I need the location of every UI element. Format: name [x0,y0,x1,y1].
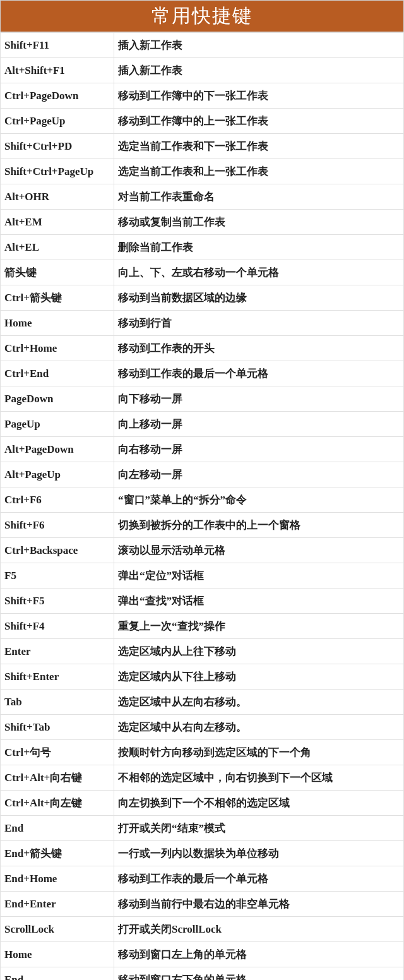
shortcut-description: 向下移动一屏 [114,386,404,412]
table-row: End+箭头键一行或一列内以数据块为单位移动 [1,841,404,866]
shortcut-key: Alt+PageDown [1,437,114,462]
shortcut-key: Shift+Tab [1,715,114,740]
shortcut-description: 向上、下、左或右移动一个单元格 [114,260,404,285]
table-row: Shift+Enter选定区域内从下往上移动 [1,664,404,690]
shortcut-key: End+箭头键 [1,841,114,866]
shortcut-description: 移动到当前行中最右边的非空单元格 [114,892,404,917]
table-row: Alt+OHR对当前工作表重命名 [1,184,404,210]
table-row: End打开或关闭“结束”模式 [1,816,404,841]
table-row: Ctrl+Backspace滚动以显示活动单元格 [1,538,404,563]
shortcut-description: 打开或关闭“结束”模式 [114,816,404,841]
shortcut-key: Enter [1,639,114,664]
table-row: Ctrl+PageUp移动到工作簿中的上一张工作表 [1,109,404,134]
shortcut-description: 移动到行首 [114,311,404,336]
table-row: Ctrl+PageDown移动到工作簿中的下一张工作表 [1,83,404,109]
shortcut-key: Alt+EM [1,210,114,235]
table-row: Alt+EL删除当前工作表 [1,235,404,260]
shortcut-key: Shift+F4 [1,614,114,639]
shortcut-key: End+Enter [1,892,114,917]
shortcut-key: Ctrl+Backspace [1,538,114,563]
table-row: Alt+Shift+F1插入新工作表 [1,58,404,83]
table-row: Shift+F4重复上一次“查找”操作 [1,614,404,639]
table-row: Shift+F11插入新工作表 [1,33,404,58]
table-row: Ctrl+Alt+向右键不相邻的选定区域中，向右切换到下一个区域 [1,765,404,791]
table-row: Ctrl+句号按顺时针方向移动到选定区域的下一个角 [1,740,404,765]
shortcut-description: 移动到当前数据区域的边缘 [114,285,404,311]
table-row: Shift+Ctrl+PD选定当前工作表和下一张工作表 [1,134,404,159]
shortcut-key: F5 [1,563,114,589]
shortcut-description: 移动到工作表的最后一个单元格 [114,866,404,892]
shortcut-description: 移动到工作簿中的上一张工作表 [114,109,404,134]
shortcut-description: 选定区域内从下往上移动 [114,664,404,690]
shortcut-description: 选定区域中从左向右移动。 [114,690,404,715]
shortcut-description: 选定区域内从上往下移动 [114,639,404,664]
table-row: End+Home移动到工作表的最后一个单元格 [1,866,404,892]
shortcut-key: Ctrl+箭头键 [1,285,114,311]
table-row: End移动到窗口右下角的单元格 [1,967,404,981]
table-row: Shift+F5弹出“查找”对话框 [1,589,404,614]
shortcut-description: 滚动以显示活动单元格 [114,538,404,563]
table-row: Ctrl+Home移动到工作表的开头 [1,336,404,361]
shortcut-key: Ctrl+PageUp [1,109,114,134]
shortcut-description: 向左移动一屏 [114,462,404,487]
table-row: PageUp向上移动一屏 [1,412,404,437]
shortcut-description: 插入新工作表 [114,58,404,83]
shortcut-key: Alt+EL [1,235,114,260]
shortcut-description: 切换到被拆分的工作表中的上一个窗格 [114,513,404,538]
shortcut-description: 弹出“定位”对话框 [114,563,404,589]
table-row: Home移动到窗口左上角的单元格 [1,942,404,967]
shortcut-key: 箭头键 [1,260,114,285]
shortcut-key: Tab [1,690,114,715]
table-row: Alt+PageUp向左移动一屏 [1,462,404,487]
shortcut-description: 对当前工作表重命名 [114,184,404,210]
shortcut-description: 重复上一次“查找”操作 [114,614,404,639]
shortcut-key: Alt+Shift+F1 [1,58,114,83]
table-row: Home移动到行首 [1,311,404,336]
shortcut-description: 一行或一列内以数据块为单位移动 [114,841,404,866]
table-row: Ctrl+Alt+向左键向左切换到下一个不相邻的选定区域 [1,791,404,816]
shortcut-description: 打开或关闭ScrollLock [114,917,404,942]
table-row: 箭头键向上、下、左或右移动一个单元格 [1,260,404,285]
shortcut-key: End [1,816,114,841]
table-row: Ctrl+End移动到工作表的最后一个单元格 [1,361,404,386]
shortcut-key: Ctrl+F6 [1,487,114,513]
shortcut-description: 移动到工作表的开头 [114,336,404,361]
table-row: Alt+EM移动或复制当前工作表 [1,210,404,235]
shortcut-description: 插入新工作表 [114,33,404,58]
shortcut-description: 选定当前工作表和上一张工作表 [114,159,404,184]
shortcut-key: Shift+F11 [1,33,114,58]
shortcut-key: PageUp [1,412,114,437]
table-title: 常用快捷键 [0,0,404,32]
shortcut-key: Ctrl+句号 [1,740,114,765]
shortcut-key: Home [1,311,114,336]
table-row: Tab选定区域中从左向右移动。 [1,690,404,715]
shortcut-key: Shift+F6 [1,513,114,538]
table-row: ScrollLock打开或关闭ScrollLock [1,917,404,942]
shortcut-description: “窗口”菜单上的“拆分”命令 [114,487,404,513]
shortcut-description: 按顺时针方向移动到选定区域的下一个角 [114,740,404,765]
shortcut-description: 移动或复制当前工作表 [114,210,404,235]
shortcut-description: 弹出“查找”对话框 [114,589,404,614]
shortcut-key: Ctrl+Home [1,336,114,361]
shortcut-key: Alt+OHR [1,184,114,210]
shortcut-key: ScrollLock [1,917,114,942]
table-row: PageDown向下移动一屏 [1,386,404,412]
shortcut-key: Ctrl+End [1,361,114,386]
shortcut-description: 移动到工作簿中的下一张工作表 [114,83,404,109]
shortcut-description: 向左切换到下一个不相邻的选定区域 [114,791,404,816]
shortcut-key: Ctrl+Alt+向左键 [1,791,114,816]
shortcut-key: PageDown [1,386,114,412]
table-row: End+Enter移动到当前行中最右边的非空单元格 [1,892,404,917]
shortcut-description: 向上移动一屏 [114,412,404,437]
shortcut-key: Home [1,942,114,967]
table-row: Shift+Tab选定区域中从右向左移动。 [1,715,404,740]
shortcut-description: 移动到工作表的最后一个单元格 [114,361,404,386]
shortcut-key: Ctrl+Alt+向右键 [1,765,114,791]
table-row: Shift+Ctrl+PageUp选定当前工作表和上一张工作表 [1,159,404,184]
shortcut-table: Shift+F11插入新工作表Alt+Shift+F1插入新工作表Ctrl+Pa… [0,32,404,980]
shortcut-description: 选定当前工作表和下一张工作表 [114,134,404,159]
table-row: Ctrl+箭头键移动到当前数据区域的边缘 [1,285,404,311]
shortcut-description: 不相邻的选定区域中，向右切换到下一个区域 [114,765,404,791]
shortcut-description: 移动到窗口右下角的单元格 [114,967,404,981]
shortcut-description: 移动到窗口左上角的单元格 [114,942,404,967]
